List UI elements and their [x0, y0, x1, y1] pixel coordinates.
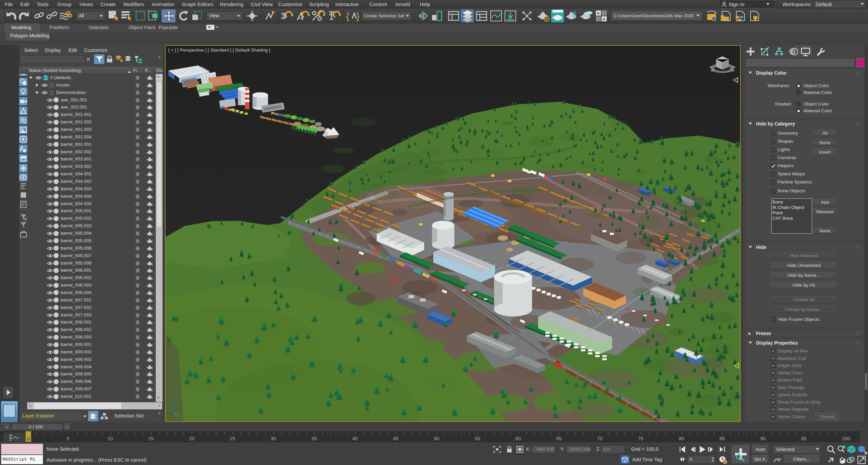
svg-text:Z: Z [172, 399, 175, 403]
svg-text:}: } [356, 11, 359, 21]
svg-text:{: { [346, 11, 349, 21]
svg-text:3: 3 [281, 11, 286, 21]
